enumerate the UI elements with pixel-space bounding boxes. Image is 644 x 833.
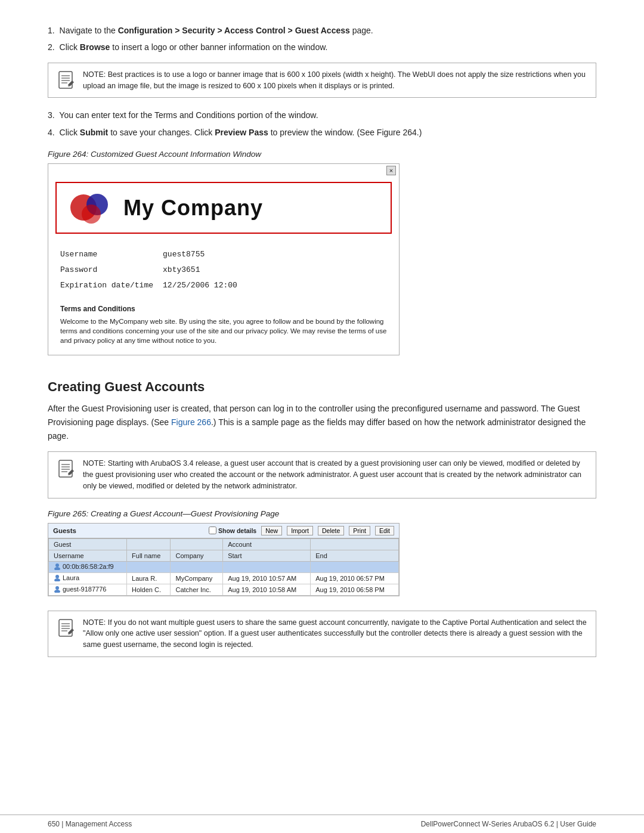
step4-middle: to save your changes. Click bbox=[108, 128, 215, 137]
import-button[interactable]: Import bbox=[287, 526, 313, 535]
svg-point-18 bbox=[54, 567, 60, 570]
note-icon-1 bbox=[57, 70, 76, 89]
step-4: 4. Click Submit to save your changes. Cl… bbox=[48, 126, 596, 139]
note1-text: NOTE: Best practices is to use a logo or… bbox=[83, 69, 587, 92]
figure264-caption-text: Customized Guest Account Information Win… bbox=[91, 150, 261, 159]
svg-point-19 bbox=[55, 575, 59, 578]
figure264-caption: Figure 264: Customized Guest Account Inf… bbox=[48, 150, 596, 159]
show-details-check[interactable]: Show details bbox=[209, 527, 256, 534]
note-box-3: NOTE: If you do not want multiple guest … bbox=[48, 611, 596, 657]
table-header-row2: Username Full name Company Start End bbox=[49, 550, 399, 561]
step3-text: You can enter text for the Terms and Con… bbox=[59, 110, 318, 120]
guests-toolbar: Guests Show details New Import Delete Pr… bbox=[48, 524, 399, 538]
figure265-label: Figure 265: bbox=[48, 509, 88, 518]
cell-fullname: Laura R. bbox=[127, 572, 171, 584]
col-fullname-h bbox=[127, 538, 171, 550]
edit-button[interactable]: Edit bbox=[375, 526, 394, 535]
cell-username: guest-9187776 bbox=[49, 584, 127, 595]
svg-point-22 bbox=[54, 590, 60, 593]
step2-bold: Browse bbox=[80, 42, 110, 52]
cell-end bbox=[311, 561, 399, 572]
note2-text: NOTE: Starting with ArubaOS 3.4 release,… bbox=[83, 458, 587, 491]
logo-graphic bbox=[69, 191, 116, 224]
window-close-button[interactable]: × bbox=[386, 166, 396, 175]
steps-list: 1. Navigate to the Configuration > Secur… bbox=[48, 24, 596, 54]
new-button[interactable]: New bbox=[261, 526, 282, 535]
col-company-h bbox=[171, 538, 223, 550]
step1-bold: Configuration > Security > Access Contro… bbox=[118, 26, 350, 35]
cell-fullname: Holden C. bbox=[127, 584, 171, 595]
step4-end: to preview the window. (See Figure 264.) bbox=[268, 128, 422, 137]
company-name: My Company bbox=[123, 196, 263, 221]
note-box-1: NOTE: Best practices is to use a logo or… bbox=[48, 63, 596, 98]
col-fullname: Full name bbox=[127, 550, 171, 561]
cell-company: MyCompany bbox=[171, 572, 223, 584]
cell-start: Aug 19, 2010 10:57 AM bbox=[223, 572, 311, 584]
figure266-link[interactable]: Figure 266 bbox=[171, 417, 211, 427]
window-logo-area: My Company bbox=[55, 182, 392, 234]
password-label: Password bbox=[60, 262, 163, 278]
table-row[interactable]: guest-9187776 Holden C. Catcher Inc. Aug… bbox=[49, 584, 399, 595]
step-1: 1. Navigate to the Configuration > Secur… bbox=[48, 24, 596, 37]
terms-body: Welcome to the MyCompany web site. By us… bbox=[60, 317, 387, 345]
username-label: Username bbox=[60, 247, 163, 262]
note-icon-2 bbox=[57, 459, 76, 478]
expiry-value: 12/25/2006 12:00 bbox=[163, 278, 247, 293]
step4-start: Click bbox=[60, 128, 80, 137]
step1-text: Navigate to the bbox=[60, 26, 118, 35]
note-box-2: NOTE: Starting with ArubaOS 3.4 release,… bbox=[48, 451, 596, 498]
figure264-label: Figure 264: bbox=[48, 150, 88, 159]
cell-start: Aug 19, 2010 10:58 AM bbox=[223, 584, 311, 595]
guests-data-table: Guest Account Username Full name Company… bbox=[48, 538, 399, 596]
guests-toolbar-title: Guests bbox=[53, 527, 204, 534]
section-heading: Creating Guest Accounts bbox=[48, 373, 596, 395]
cell-company bbox=[171, 561, 223, 572]
cell-end: Aug 19, 2010 06:57 PM bbox=[311, 572, 399, 584]
footer-right: DellPowerConnect W-Series ArubaOS 6.2 | … bbox=[421, 820, 596, 828]
step2-end: to insert a logo or other banner informa… bbox=[110, 42, 327, 52]
cell-username: Laura bbox=[49, 572, 127, 584]
cell-start bbox=[223, 561, 311, 572]
step1-end: page. bbox=[350, 26, 373, 35]
expiry-label: Expiration date/time bbox=[60, 278, 163, 293]
cell-company: Catcher Inc. bbox=[171, 584, 223, 595]
step4-submit: Submit bbox=[80, 128, 108, 137]
svg-point-17 bbox=[55, 563, 59, 567]
col-end-h bbox=[311, 538, 399, 550]
figure265-caption-text: Creating a Guest Account—Guest Provision… bbox=[91, 509, 279, 518]
cell-end: Aug 19, 2010 06:58 PM bbox=[311, 584, 399, 595]
section-body1: After the Guest Provisioning user is cre… bbox=[48, 402, 596, 443]
col-end: End bbox=[311, 550, 399, 561]
cell-username: 00:0b:86:58:2a:f9 bbox=[49, 561, 127, 572]
steps-list-2: 3. You can enter text for the Terms and … bbox=[48, 109, 596, 139]
terms-title: Terms and Conditions bbox=[60, 304, 387, 314]
table-row[interactable]: Laura Laura R. MyCompany Aug 19, 2010 10… bbox=[49, 572, 399, 584]
col-guest: Guest bbox=[49, 538, 127, 550]
username-value: guest8755 bbox=[163, 247, 247, 262]
print-button[interactable]: Print bbox=[349, 526, 370, 535]
guests-table-body: 00:0b:86:58:2a:f9 Laura Laura R. MyCompa… bbox=[49, 561, 399, 595]
note3-text: NOTE: If you do not want multiple guest … bbox=[83, 617, 587, 651]
guest-account-window: × My Company Username guest8755 Password… bbox=[48, 163, 400, 355]
svg-point-20 bbox=[54, 578, 60, 581]
cell-fullname bbox=[127, 561, 171, 572]
step-3: 3. You can enter text for the Terms and … bbox=[48, 109, 596, 122]
window-terms: Terms and Conditions Welcome to the MyCo… bbox=[48, 299, 399, 355]
window-titlebar: × bbox=[48, 164, 399, 177]
table-header-row1: Guest Account bbox=[49, 538, 399, 550]
password-value: xbty3651 bbox=[163, 262, 247, 278]
note-icon-3 bbox=[57, 618, 76, 637]
show-details-checkbox[interactable] bbox=[209, 527, 216, 534]
svg-point-9 bbox=[82, 205, 101, 224]
page-footer: 650 | Management Access DellPowerConnect… bbox=[0, 815, 644, 833]
col-company: Company bbox=[171, 550, 223, 561]
guests-table-container: Guests Show details New Import Delete Pr… bbox=[48, 523, 400, 596]
delete-button[interactable]: Delete bbox=[318, 526, 344, 535]
show-details-label: Show details bbox=[218, 527, 256, 534]
step2-text: Click bbox=[60, 42, 80, 52]
col-account: Account bbox=[223, 538, 311, 550]
figure265-caption: Figure 265: Creating a Guest Account—Gue… bbox=[48, 509, 596, 518]
svg-point-21 bbox=[55, 586, 59, 590]
table-row[interactable]: 00:0b:86:58:2a:f9 bbox=[49, 561, 399, 572]
step4-preview: Preview Pass bbox=[215, 128, 268, 137]
